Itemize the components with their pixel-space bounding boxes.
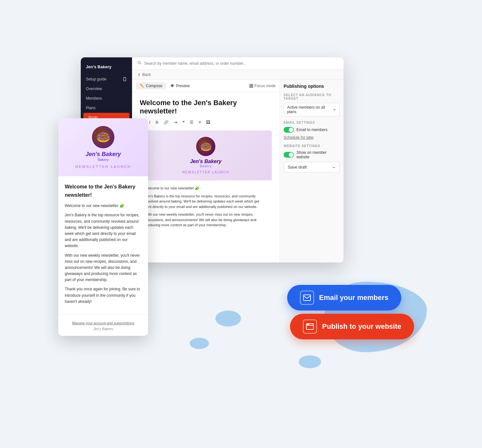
- search-bar: [132, 57, 344, 70]
- email-card-body: Welcome to the Jen's Bakery newsletter! …: [58, 176, 148, 314]
- focus-mode-label: Focus mode: [254, 84, 276, 88]
- sidebar-label-members: Members: [86, 96, 102, 101]
- email-launch-label: NEWSLETTER LAUNCH: [75, 165, 131, 169]
- focus-mode-icon: [249, 84, 253, 88]
- email-brand-sub: Bakery: [98, 158, 109, 162]
- format-bar: B I S 🔗 ⇥ ❝ ☰ ≡ 🖼: [140, 119, 272, 125]
- sidebar-item-plans[interactable]: Plans: [81, 103, 132, 113]
- main-content: Back ✏️ Compose 👁️ Preview: [132, 57, 344, 262]
- sidebar-item-overview[interactable]: Overview: [81, 84, 132, 94]
- publishing-panel: Publishing options SELECT AN AUDIENCE TO…: [279, 80, 344, 262]
- tab-preview[interactable]: 👁️ Preview: [166, 82, 194, 89]
- quote-button[interactable]: ❝: [181, 119, 186, 125]
- website-toggle-label: Show on member website: [296, 150, 340, 159]
- editor-title[interactable]: Welcome to the Jen's Bakery newsletter!: [140, 99, 272, 115]
- sidebar-label-overview: Overview: [86, 87, 102, 91]
- indent-button[interactable]: ⇥: [172, 119, 179, 125]
- link-button[interactable]: 🔗: [162, 119, 170, 125]
- email-members-button[interactable]: Email your members: [287, 285, 401, 311]
- schedule-link[interactable]: Schedule for later: [284, 135, 340, 140]
- sidebar-label-setup: Setup guide: [86, 77, 106, 81]
- panel-title: Publishing options: [284, 84, 340, 89]
- newsletter-brand-sub: Bakery: [200, 164, 212, 168]
- image-button[interactable]: 🖼: [205, 119, 212, 125]
- email-brand-name: Jen's Bakery: [86, 151, 121, 158]
- sidebar-label-plans: Plans: [86, 106, 96, 110]
- svg-point-1: [138, 61, 140, 64]
- audience-section-label: SELECT AN AUDIENCE TO TARGET: [284, 93, 340, 100]
- back-label: Back: [142, 72, 151, 77]
- sidebar-item-setup[interactable]: Setup guide: [81, 74, 132, 84]
- svg-rect-2: [250, 84, 251, 86]
- footer-brand: Jen's Bakery: [65, 327, 142, 331]
- email-card-title: Welcome to the Jen's Bakery newsletter!: [65, 183, 142, 199]
- manage-account-link[interactable]: Manage your account and subscriptions: [72, 321, 134, 325]
- email-para2: With our new weekly newsletter, you'll n…: [65, 253, 142, 283]
- chevron-down-icon-save: [332, 166, 336, 169]
- svg-rect-0: [124, 78, 126, 81]
- website-toggle[interactable]: [284, 152, 294, 158]
- sidebar-item-members[interactable]: Members: [81, 94, 132, 103]
- ordered-list-button[interactable]: ≡: [197, 119, 203, 125]
- publish-website-label: Publish to your website: [322, 322, 401, 331]
- newsletter-para2: With our new weekly newsletter, you'll n…: [145, 212, 267, 228]
- email-para3: Thank you once again for joining. Be sur…: [65, 286, 142, 305]
- browser-icon: [306, 323, 314, 330]
- tab-preview-label: Preview: [176, 84, 190, 88]
- email-para1: Jen's Bakery is the top resource for rec…: [65, 212, 142, 249]
- audience-select[interactable]: Active members on all plans: [284, 103, 340, 116]
- newsletter-welcome: Welcome to our new newsletter 🧩: [145, 186, 267, 191]
- email-toggle-row: Email to members: [284, 127, 340, 133]
- decorative-blob-3: [190, 338, 209, 349]
- italic-button[interactable]: I: [148, 119, 152, 125]
- email-logo: 🍩: [92, 126, 114, 148]
- newsletter-launch-label: NEWSLETTER LAUNCH: [182, 170, 229, 174]
- editor-toolbar: ✏️ Compose 👁️ Preview Focus mode: [132, 80, 279, 92]
- email-icon: [300, 291, 314, 305]
- email-section-label: EMAIL SETTINGS: [284, 121, 340, 124]
- publish-website-button[interactable]: Publish to your website: [290, 314, 414, 339]
- tab-compose[interactable]: ✏️ Compose: [136, 82, 166, 89]
- preview-icon: 👁️: [170, 84, 175, 88]
- back-bar: Back: [132, 70, 344, 80]
- website-toggle-row: Show on member website: [284, 150, 340, 159]
- email-card-header: 🍩 Jen's Bakery Bakery NEWSLETTER LAUNCH: [58, 118, 148, 176]
- newsletter-logo: [196, 137, 215, 156]
- svg-point-8: [307, 324, 308, 325]
- newsletter-para1: Jen's Bakery is the top resource for rec…: [145, 194, 267, 210]
- editor-area: ✏️ Compose 👁️ Preview Focus mode: [132, 80, 279, 262]
- editor-body: Welcome to the Jen's Bakery newsletter! …: [132, 92, 279, 262]
- envelope-icon: [303, 295, 311, 301]
- svg-rect-3: [252, 84, 253, 86]
- email-card-footer: Manage your account and subscriptions Je…: [58, 314, 148, 336]
- clipboard-icon: [122, 77, 127, 81]
- back-button[interactable]: Back: [137, 72, 338, 77]
- decorative-blob-2: [215, 311, 241, 327]
- search-input[interactable]: [144, 61, 338, 66]
- email-toggle[interactable]: [284, 127, 294, 133]
- save-draft-button[interactable]: Save draft: [284, 162, 340, 172]
- email-toggle-label: Email to members: [296, 128, 328, 132]
- email-members-label: Email your members: [319, 294, 388, 302]
- search-icon: [137, 61, 142, 66]
- tab-compose-label: Compose: [146, 84, 162, 88]
- email-welcome-line: Welcome to our new newsletter 🧩: [65, 203, 142, 209]
- back-arrow-icon: [137, 73, 141, 77]
- svg-rect-4: [250, 86, 251, 87]
- save-draft-label: Save draft: [288, 165, 307, 170]
- newsletter-header: Jen's Bakery Bakery NEWSLETTER LAUNCH: [140, 130, 272, 180]
- website-icon: [303, 319, 317, 334]
- chevron-down-icon-audience: [333, 108, 336, 111]
- newsletter-preview: Jen's Bakery Bakery NEWSLETTER LAUNCH We…: [140, 130, 272, 236]
- email-preview-card: 🍩 Jen's Bakery Bakery NEWSLETTER LAUNCH …: [58, 118, 148, 336]
- compose-icon: ✏️: [140, 84, 145, 88]
- svg-rect-5: [252, 86, 253, 87]
- decorative-blob-4: [299, 355, 321, 368]
- newsletter-content: Welcome to our new newsletter 🧩 Jen's Ba…: [140, 180, 272, 236]
- svg-point-9: [308, 324, 309, 325]
- website-section-label: WEBSITE SETTINGS: [284, 144, 340, 148]
- bullet-list-button[interactable]: ☰: [188, 119, 195, 125]
- svg-rect-6: [303, 295, 311, 301]
- focus-mode-button[interactable]: Focus mode: [249, 84, 276, 88]
- strikethrough-button[interactable]: S: [154, 119, 160, 125]
